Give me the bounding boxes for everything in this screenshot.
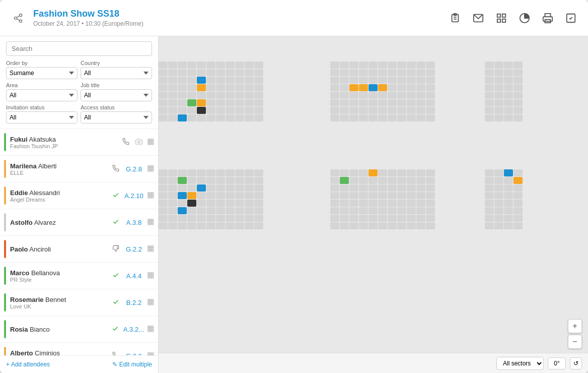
seat-cell[interactable] — [168, 215, 177, 222]
seat-cell[interactable] — [216, 192, 225, 199]
seat-cell[interactable] — [235, 61, 244, 69]
seat-cell[interactable] — [494, 184, 503, 192]
seat-cell[interactable] — [216, 69, 225, 76]
grid-icon[interactable] — [147, 352, 154, 356]
seat-cell[interactable] — [216, 169, 225, 176]
seat-cell[interactable] — [235, 99, 244, 106]
seat-cell[interactable] — [187, 114, 196, 121]
seat-cell[interactable] — [407, 107, 416, 114]
seat-cell[interactable] — [226, 207, 235, 214]
list-item[interactable]: Paolo AnciroliG.2.2 — [0, 236, 158, 263]
search-input[interactable] — [6, 41, 152, 56]
seat-cell[interactable] — [197, 222, 206, 229]
seat-cell[interactable] — [216, 92, 225, 99]
rotation-input[interactable] — [548, 357, 566, 369]
seat-cell[interactable] — [245, 61, 254, 69]
seat-cell[interactable] — [388, 99, 397, 106]
seat-cell[interactable] — [378, 192, 387, 199]
seat-cell[interactable] — [159, 61, 168, 69]
seat-cell[interactable] — [378, 200, 387, 207]
seat-cell[interactable] — [216, 99, 225, 106]
seat-cell[interactable] — [168, 77, 177, 84]
seat-cell[interactable] — [235, 169, 244, 176]
seat-cell[interactable] — [407, 200, 416, 207]
seat-cell[interactable] — [397, 222, 406, 229]
seat-cell[interactable] — [235, 222, 244, 229]
seat-cell[interactable] — [378, 169, 387, 176]
seat-cell[interactable] — [235, 69, 244, 76]
seat-cell[interactable] — [388, 114, 397, 121]
seat-cell[interactable] — [197, 107, 206, 114]
seat-cell[interactable] — [416, 114, 425, 121]
seat-cell[interactable] — [178, 99, 187, 106]
seat-cell[interactable] — [397, 207, 406, 214]
seat-cell[interactable] — [504, 92, 513, 99]
seat-cell[interactable] — [330, 177, 339, 184]
refresh-button[interactable]: ↺ — [570, 357, 582, 369]
seat-cell[interactable] — [245, 77, 254, 84]
seat-cell[interactable] — [254, 107, 263, 114]
seat-cell[interactable] — [216, 114, 225, 121]
seat-cell[interactable] — [359, 114, 368, 121]
seat-cell[interactable] — [485, 99, 494, 106]
seat-cell[interactable] — [226, 107, 235, 114]
seat-cell[interactable] — [369, 184, 378, 192]
seat-cell[interactable] — [159, 69, 168, 76]
seat-cell[interactable] — [513, 184, 523, 192]
seat-cell[interactable] — [187, 207, 196, 214]
seat-cell[interactable] — [378, 61, 387, 69]
seat-cell[interactable] — [178, 84, 187, 91]
seat-cell[interactable] — [178, 107, 187, 114]
seat-cell[interactable] — [407, 169, 416, 176]
seat-cell[interactable] — [187, 200, 196, 207]
seat-cell[interactable] — [369, 107, 378, 114]
seat-cell[interactable] — [168, 184, 177, 192]
seat-cell[interactable] — [397, 69, 406, 76]
seat-cell[interactable] — [397, 114, 406, 121]
seat-cell[interactable] — [349, 169, 358, 176]
seat-cell[interactable] — [504, 200, 513, 207]
seat-cell[interactable] — [349, 177, 358, 184]
seat-cell[interactable] — [168, 200, 177, 207]
print-icon[interactable] — [541, 11, 555, 25]
zoom-out-button[interactable]: − — [568, 335, 582, 349]
seat-cell[interactable] — [340, 169, 349, 176]
phone-icon[interactable] — [121, 138, 131, 147]
seat-cell[interactable] — [369, 69, 378, 76]
seat-cell[interactable] — [485, 222, 494, 229]
seat-cell[interactable] — [416, 200, 425, 207]
seat-cell[interactable] — [340, 215, 349, 222]
seat-cell[interactable] — [416, 177, 425, 184]
seat-cell[interactable] — [494, 215, 503, 222]
seat-cell[interactable] — [187, 69, 196, 76]
seat-cell[interactable] — [426, 215, 435, 222]
seat-cell[interactable] — [340, 69, 349, 76]
seat-cell[interactable] — [359, 192, 368, 199]
seat-cell[interactable] — [340, 84, 349, 91]
seat-cell[interactable] — [513, 84, 523, 91]
seat-cell[interactable] — [397, 77, 406, 84]
seat-cell[interactable] — [426, 184, 435, 192]
seat-cell[interactable] — [254, 177, 263, 184]
seat-cell[interactable] — [340, 177, 349, 184]
seat-cell[interactable] — [159, 184, 168, 192]
seat-cell[interactable] — [494, 192, 503, 199]
seat-cell[interactable] — [206, 77, 215, 84]
seat-cell[interactable] — [197, 177, 206, 184]
seat-cell[interactable] — [426, 177, 435, 184]
seat-cell[interactable] — [485, 177, 494, 184]
seat-cell[interactable] — [494, 69, 503, 76]
seat-cell[interactable] — [226, 77, 235, 84]
seat-cell[interactable] — [216, 84, 225, 91]
seat-cell[interactable] — [340, 207, 349, 214]
seat-cell[interactable] — [426, 107, 435, 114]
seat-cell[interactable] — [330, 61, 339, 69]
seat-cell[interactable] — [235, 84, 244, 91]
seat-cell[interactable] — [245, 84, 254, 91]
seat-cell[interactable] — [187, 215, 196, 222]
seat-cell[interactable] — [254, 222, 263, 229]
seat-cell[interactable] — [235, 77, 244, 84]
seat-cell[interactable] — [407, 177, 416, 184]
seat-cell[interactable] — [513, 207, 523, 214]
list-item[interactable]: Marilena AlbertiELLEG.2.8 — [0, 156, 158, 182]
